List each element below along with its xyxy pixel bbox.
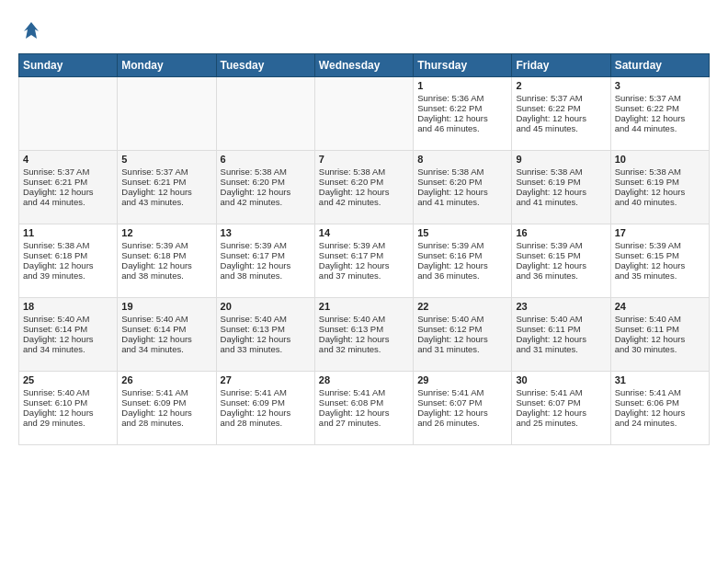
- day-info: Daylight: 12 hours: [615, 113, 705, 123]
- day-number: 15: [417, 227, 507, 238]
- calendar-cell: 29Sunrise: 5:41 AMSunset: 6:07 PMDayligh…: [414, 372, 512, 445]
- day-info: Sunset: 6:16 PM: [417, 250, 507, 260]
- calendar-cell: 26Sunrise: 5:41 AMSunset: 6:09 PMDayligh…: [118, 372, 216, 445]
- day-info: Daylight: 12 hours: [417, 113, 507, 123]
- day-info: Daylight: 12 hours: [615, 408, 705, 418]
- day-info: Sunrise: 5:41 AM: [121, 387, 211, 397]
- day-number: 6: [221, 154, 311, 165]
- day-info: Daylight: 12 hours: [121, 260, 211, 270]
- day-info: Sunrise: 5:40 AM: [23, 314, 113, 324]
- day-number: 2: [516, 80, 606, 91]
- day-info: Daylight: 12 hours: [417, 334, 507, 344]
- day-info: and 38 minutes.: [221, 270, 311, 281]
- day-info: and 39 minutes.: [23, 270, 113, 281]
- day-info: Sunrise: 5:38 AM: [516, 167, 606, 177]
- day-info: Sunrise: 5:38 AM: [23, 240, 113, 250]
- day-info: Daylight: 12 hours: [417, 408, 507, 418]
- day-info: Sunset: 6:20 PM: [417, 177, 507, 187]
- day-info: and 46 minutes.: [417, 123, 507, 133]
- calendar-cell: 7Sunrise: 5:38 AMSunset: 6:20 PMDaylight…: [314, 151, 413, 224]
- day-info: and 34 minutes.: [23, 344, 113, 354]
- day-number: 27: [221, 374, 311, 385]
- logo-icon: [18, 18, 44, 44]
- day-info: Sunset: 6:14 PM: [121, 324, 211, 334]
- day-info: Sunset: 6:18 PM: [23, 250, 113, 260]
- day-info: and 29 minutes.: [23, 418, 113, 428]
- weekday-header-wednesday: Wednesday: [314, 54, 413, 77]
- calendar-cell: 19Sunrise: 5:40 AMSunset: 6:14 PMDayligh…: [118, 298, 216, 372]
- calendar-cell: 14Sunrise: 5:39 AMSunset: 6:17 PMDayligh…: [314, 224, 413, 298]
- day-info: Daylight: 12 hours: [23, 334, 113, 344]
- calendar-cell: 16Sunrise: 5:39 AMSunset: 6:15 PMDayligh…: [512, 224, 610, 298]
- day-info: and 31 minutes.: [516, 344, 606, 354]
- day-info: Sunset: 6:09 PM: [221, 397, 311, 408]
- day-info: Sunset: 6:18 PM: [121, 250, 211, 260]
- day-info: Sunrise: 5:41 AM: [319, 387, 409, 397]
- day-number: 13: [221, 227, 311, 238]
- day-info: Daylight: 12 hours: [23, 260, 113, 270]
- day-info: Daylight: 12 hours: [121, 334, 211, 344]
- day-info: Sunset: 6:12 PM: [417, 324, 507, 334]
- day-info: Sunset: 6:10 PM: [23, 397, 113, 408]
- calendar-cell: 9Sunrise: 5:38 AMSunset: 6:19 PMDaylight…: [512, 151, 610, 224]
- day-info: Sunrise: 5:39 AM: [417, 240, 507, 250]
- day-info: Sunset: 6:21 PM: [23, 177, 113, 187]
- day-info: Daylight: 12 hours: [23, 408, 113, 418]
- calendar-cell: [314, 77, 413, 151]
- day-info: Sunset: 6:14 PM: [23, 324, 113, 334]
- calendar-cell: 22Sunrise: 5:40 AMSunset: 6:12 PMDayligh…: [414, 298, 512, 372]
- calendar-cell: 3Sunrise: 5:37 AMSunset: 6:22 PMDaylight…: [610, 77, 709, 151]
- weekday-header-row: SundayMondayTuesdayWednesdayThursdayFrid…: [19, 54, 710, 77]
- day-info: and 36 minutes.: [417, 270, 507, 281]
- day-number: 17: [615, 227, 705, 238]
- day-info: Sunset: 6:20 PM: [319, 177, 409, 187]
- day-number: 23: [516, 301, 606, 312]
- day-info: Sunrise: 5:40 AM: [516, 314, 606, 324]
- day-info: Daylight: 12 hours: [319, 334, 409, 344]
- day-number: 19: [121, 301, 211, 312]
- day-number: 1: [417, 80, 507, 91]
- calendar-cell: 25Sunrise: 5:40 AMSunset: 6:10 PMDayligh…: [19, 372, 118, 445]
- weekday-header-sunday: Sunday: [19, 54, 118, 77]
- day-info: Sunset: 6:21 PM: [121, 177, 211, 187]
- day-info: Daylight: 12 hours: [615, 260, 705, 270]
- day-info: and 34 minutes.: [121, 344, 211, 354]
- day-info: and 41 minutes.: [516, 197, 606, 207]
- day-number: 14: [319, 227, 409, 238]
- day-info: and 25 minutes.: [516, 418, 606, 428]
- day-info: and 42 minutes.: [319, 197, 409, 207]
- day-info: Daylight: 12 hours: [615, 334, 705, 344]
- day-info: Daylight: 12 hours: [121, 187, 211, 197]
- calendar-cell: 10Sunrise: 5:38 AMSunset: 6:19 PMDayligh…: [610, 151, 709, 224]
- day-info: and 24 minutes.: [615, 418, 705, 428]
- day-info: Daylight: 12 hours: [516, 260, 606, 270]
- day-info: and 38 minutes.: [121, 270, 211, 281]
- day-info: Sunset: 6:08 PM: [319, 397, 409, 408]
- day-info: Sunrise: 5:41 AM: [221, 387, 311, 397]
- day-number: 28: [319, 374, 409, 385]
- page: SundayMondayTuesdayWednesdayThursdayFrid…: [0, 0, 728, 454]
- day-info: Sunrise: 5:40 AM: [417, 314, 507, 324]
- day-number: 12: [121, 227, 211, 238]
- day-info: Daylight: 12 hours: [221, 260, 311, 270]
- day-info: and 27 minutes.: [319, 418, 409, 428]
- day-info: Sunrise: 5:39 AM: [615, 240, 705, 250]
- day-info: and 36 minutes.: [516, 270, 606, 281]
- day-info: Sunrise: 5:38 AM: [319, 167, 409, 177]
- day-info: Sunrise: 5:41 AM: [417, 387, 507, 397]
- day-info: and 37 minutes.: [319, 270, 409, 281]
- day-info: and 26 minutes.: [417, 418, 507, 428]
- day-info: Daylight: 12 hours: [221, 408, 311, 418]
- day-info: Sunset: 6:17 PM: [221, 250, 311, 260]
- day-info: Sunrise: 5:37 AM: [516, 93, 606, 103]
- calendar-cell: 6Sunrise: 5:38 AMSunset: 6:20 PMDaylight…: [216, 151, 314, 224]
- day-info: Sunrise: 5:39 AM: [221, 240, 311, 250]
- day-number: 11: [23, 227, 113, 238]
- day-info: Sunrise: 5:40 AM: [23, 387, 113, 397]
- weekday-header-saturday: Saturday: [610, 54, 709, 77]
- day-info: and 44 minutes.: [615, 123, 705, 133]
- calendar-cell: 31Sunrise: 5:41 AMSunset: 6:06 PMDayligh…: [610, 372, 709, 445]
- calendar-cell: 13Sunrise: 5:39 AMSunset: 6:17 PMDayligh…: [216, 224, 314, 298]
- weekday-header-tuesday: Tuesday: [216, 54, 314, 77]
- day-info: and 40 minutes.: [615, 197, 705, 207]
